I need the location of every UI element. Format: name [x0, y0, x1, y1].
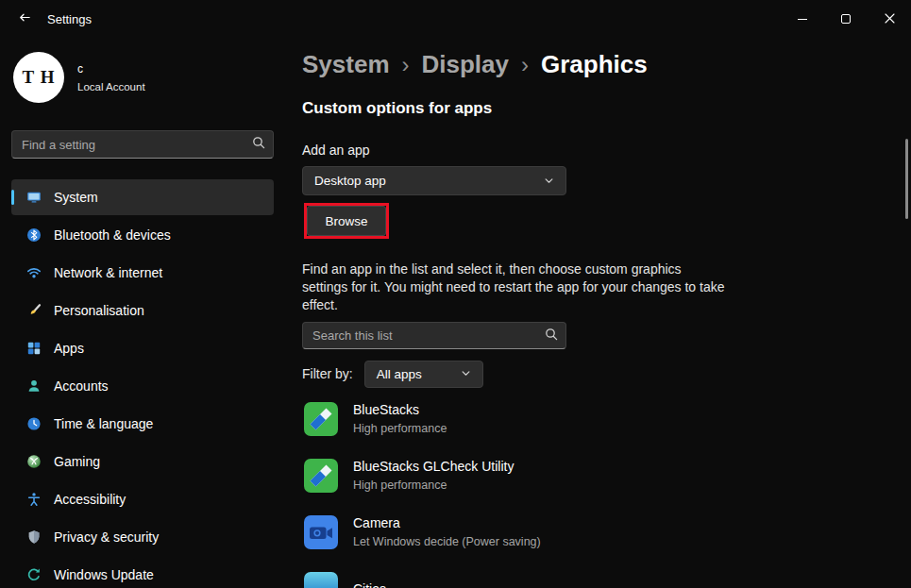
paintbrush-icon	[26, 303, 42, 318]
filter-dropdown-value: All apps	[377, 367, 422, 381]
user-account[interactable]: T H c Local Account	[13, 52, 145, 103]
system-icon	[26, 190, 42, 205]
window-controls	[781, 0, 911, 38]
update-icon	[26, 567, 42, 582]
sidebar-item-label: Accessibility	[54, 492, 126, 507]
app-setting: Let Windows decide (Power saving)	[353, 532, 541, 551]
account-type: Local Account	[77, 81, 145, 92]
bluestacks-icon	[304, 402, 338, 436]
app-setting: High performance	[353, 419, 447, 438]
selected-indicator	[11, 190, 14, 205]
clock-icon	[26, 416, 42, 431]
sidebar-item-windows-update[interactable]: Windows Update	[11, 557, 274, 588]
window-title: Settings	[47, 12, 92, 26]
user-name: c	[77, 62, 145, 76]
app-row-bluestacks-glcheck[interactable]: BlueStacks GLCheck Utility High performa…	[304, 447, 902, 504]
sidebar-item-label: Apps	[54, 341, 84, 356]
minimize-icon	[798, 19, 807, 20]
list-search-input[interactable]	[312, 328, 545, 343]
app-type-dropdown[interactable]: Desktop app	[302, 166, 566, 195]
xbox-icon	[26, 454, 42, 469]
search-icon	[545, 328, 558, 344]
breadcrumb-separator: ›	[402, 52, 410, 78]
app-type-dropdown-value: Desktop app	[314, 174, 386, 188]
sidebar-item-label: Gaming	[54, 454, 100, 469]
breadcrumb: System › Display › Graphics	[302, 50, 648, 79]
app-row-camera[interactable]: Camera Let Windows decide (Power saving)	[304, 504, 902, 561]
person-icon	[26, 378, 42, 394]
maximize-icon	[841, 14, 851, 24]
settings-search-input[interactable]	[22, 138, 252, 152]
sidebar-item-label: Privacy & security	[54, 529, 159, 545]
settings-search-box	[11, 130, 274, 159]
bluetooth-icon	[26, 227, 42, 243]
sidebar: T H c Local Account System Bluetooth & d…	[0, 38, 285, 588]
sidebar-nav: System Bluetooth & devices Network & int…	[0, 179, 285, 588]
accessibility-icon	[26, 492, 42, 507]
shield-icon	[26, 529, 42, 545]
list-search-box	[302, 322, 566, 349]
chevron-down-icon	[544, 173, 554, 190]
cities-icon	[304, 572, 338, 588]
sidebar-item-time-language[interactable]: Time & language	[11, 406, 274, 442]
maximize-button[interactable]	[824, 0, 868, 38]
app-row-cities[interactable]: Cities	[304, 561, 902, 588]
sidebar-item-privacy-security[interactable]: Privacy & security	[11, 519, 274, 555]
filter-by-label: Filter by:	[302, 366, 353, 381]
titlebar: Settings	[0, 0, 911, 38]
filter-dropdown[interactable]: All apps	[364, 361, 483, 388]
sidebar-item-label: Bluetooth & devices	[54, 227, 171, 243]
section-title: Custom options for apps	[302, 99, 492, 118]
sidebar-item-gaming[interactable]: Gaming	[11, 444, 274, 479]
scrollbar[interactable]	[905, 139, 908, 219]
sidebar-item-label: Windows Update	[54, 567, 154, 582]
sidebar-item-label: Personalisation	[54, 303, 144, 318]
app-setting: High performance	[353, 476, 514, 495]
back-icon	[17, 10, 31, 28]
camera-icon	[304, 515, 338, 549]
sidebar-item-label: Accounts	[54, 378, 109, 394]
wifi-icon	[26, 265, 42, 280]
app-name: BlueStacks GLCheck Utility	[353, 457, 514, 476]
sidebar-item-personalisation[interactable]: Personalisation	[11, 293, 274, 328]
red-highlight-annotation: Browse	[304, 203, 389, 239]
minimize-button[interactable]	[781, 0, 824, 38]
app-name: Cities	[353, 580, 386, 588]
app-list: BlueStacks High performance BlueStacks G…	[304, 391, 902, 588]
sidebar-item-accounts[interactable]: Accounts	[11, 368, 274, 404]
bluestacks-icon	[304, 459, 338, 493]
breadcrumb-separator: ›	[521, 52, 529, 78]
add-an-app-label: Add an app	[302, 143, 370, 158]
main-content: System › Display › Graphics Custom optio…	[302, 38, 911, 588]
chevron-down-icon	[461, 365, 471, 382]
back-button[interactable]	[6, 4, 42, 34]
filter-row: Filter by: All apps	[302, 360, 483, 388]
app-name: Camera	[353, 513, 541, 532]
description-text: Find an app in the list and select it, t…	[302, 260, 725, 314]
sidebar-item-label: Network & internet	[54, 265, 162, 280]
sidebar-item-apps[interactable]: Apps	[11, 330, 274, 366]
apps-grid-icon	[26, 341, 42, 356]
sidebar-item-label: Time & language	[54, 416, 153, 431]
sidebar-item-accessibility[interactable]: Accessibility	[11, 481, 274, 517]
breadcrumb-system[interactable]: System	[302, 50, 390, 79]
browse-button[interactable]: Browse	[307, 206, 386, 236]
search-icon	[252, 136, 265, 153]
breadcrumb-graphics: Graphics	[541, 50, 648, 79]
close-button[interactable]	[868, 0, 911, 38]
sidebar-item-system[interactable]: System	[11, 179, 274, 215]
breadcrumb-display[interactable]: Display	[422, 50, 510, 79]
sidebar-item-network-internet[interactable]: Network & internet	[11, 255, 274, 291]
app-name: BlueStacks	[353, 400, 447, 419]
close-icon	[885, 10, 895, 27]
sidebar-item-bluetooth-devices[interactable]: Bluetooth & devices	[11, 217, 274, 253]
avatar: T H	[13, 52, 64, 103]
sidebar-item-label: System	[54, 190, 98, 205]
app-row-bluestacks[interactable]: BlueStacks High performance	[304, 391, 902, 447]
